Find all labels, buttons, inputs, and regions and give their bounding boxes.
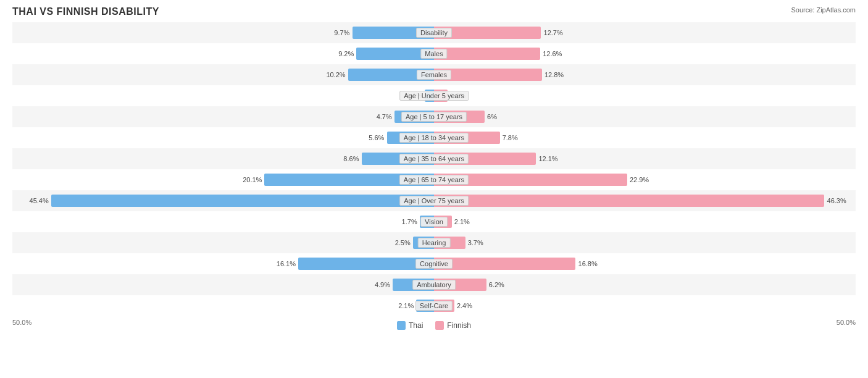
bar-thai-value: 4.9% xyxy=(375,281,390,288)
bar-finnish-value: 16.8% xyxy=(578,260,598,267)
legend-thai-label: Thai xyxy=(409,321,423,330)
bar-finnish-value: 46.3% xyxy=(827,197,846,204)
bar-finnish-value: 6% xyxy=(487,113,497,120)
bar-label: Females xyxy=(417,70,451,80)
bar-finnish-value: 12.6% xyxy=(543,50,562,57)
legend: Thai Finnish xyxy=(397,321,471,330)
bar-row: Age | Under 5 years1.1%1.6% xyxy=(12,85,856,106)
bar-finnish-value: 22.9% xyxy=(630,176,649,183)
bar-row: Age | 35 to 64 years8.6%12.1% xyxy=(12,148,856,169)
bar-row: Disability9.7%12.7% xyxy=(12,22,856,43)
bar-finnish xyxy=(434,195,824,207)
bar-thai-value: 2.5% xyxy=(395,239,411,246)
chart-header: THAI VS FINNISH DISABILITY Source: ZipAt… xyxy=(12,6,856,17)
legend-finnish: Finnish xyxy=(435,321,471,330)
bar-thai xyxy=(51,195,434,207)
legend-thai-box xyxy=(397,321,406,330)
bar-row: Self-Care2.1%2.4% xyxy=(12,295,856,316)
bar-label: Age | 5 to 17 years xyxy=(401,112,467,122)
bar-thai-value: 45.4% xyxy=(30,197,49,204)
bar-label: Cognitive xyxy=(415,259,453,269)
bar-row: Age | 18 to 34 years5.6%7.8% xyxy=(12,127,856,148)
chart-container: THAI VS FINNISH DISABILITY Source: ZipAt… xyxy=(0,0,868,378)
bar-row: Age | 5 to 17 years4.7%6% xyxy=(12,106,856,127)
bar-label: Ambulatory xyxy=(412,280,456,290)
bar-row: Vision1.7%2.1% xyxy=(12,211,856,232)
bar-finnish-value: 6.2% xyxy=(489,281,504,288)
rows-container: Disability9.7%12.7%Males9.2%12.6%Females… xyxy=(12,22,856,316)
bar-label: Hearing xyxy=(418,238,451,248)
bar-label: Vision xyxy=(420,217,448,227)
bar-row: Age | Over 75 years45.4%46.3% xyxy=(12,190,856,211)
chart-source: Source: ZipAtlas.com xyxy=(791,6,856,14)
bar-thai-value: 10.2% xyxy=(326,71,345,78)
bar-thai-value: 16.1% xyxy=(277,260,296,267)
bar-label: Self-Care xyxy=(415,301,453,311)
bar-finnish xyxy=(434,258,575,270)
bar-finnish-value: 12.7% xyxy=(544,29,563,36)
bar-row: Females10.2%12.8% xyxy=(12,64,856,85)
bar-label: Disability xyxy=(416,28,452,38)
bar-row: Males9.2%12.6% xyxy=(12,43,856,64)
bar-label: Age | 35 to 64 years xyxy=(399,154,469,164)
legend-finnish-box xyxy=(435,321,444,330)
bar-finnish-value: 3.7% xyxy=(468,239,483,246)
bar-finnish-value: 2.1% xyxy=(454,218,470,225)
bar-finnish-value: 12.8% xyxy=(545,71,564,78)
bar-label: Age | 18 to 34 years xyxy=(399,133,469,143)
bar-label: Age | Under 5 years xyxy=(399,91,469,101)
legend-finnish-label: Finnish xyxy=(447,321,471,330)
bar-label: Age | Over 75 years xyxy=(399,196,469,206)
bar-label: Age | 65 to 74 years xyxy=(399,175,469,185)
bar-row: Ambulatory4.9%6.2% xyxy=(12,274,856,295)
bar-row: Age | 65 to 74 years20.1%22.9% xyxy=(12,169,856,190)
bar-thai-value: 9.7% xyxy=(334,29,349,36)
bar-thai-value: 5.6% xyxy=(369,134,384,141)
bar-thai-value: 4.7% xyxy=(377,113,392,120)
chart-title: THAI VS FINNISH DISABILITY xyxy=(12,6,159,17)
bar-row: Cognitive16.1%16.8% xyxy=(12,253,856,274)
bar-finnish-value: 7.8% xyxy=(503,134,518,141)
bar-thai xyxy=(298,258,434,270)
bar-thai-value: 20.1% xyxy=(243,176,262,183)
axis-left-label: 50.0% xyxy=(12,319,31,330)
legend-thai: Thai xyxy=(397,321,423,330)
bar-thai-value: 1.7% xyxy=(402,218,417,225)
bar-label: Males xyxy=(420,49,447,59)
bar-thai-value: 9.2% xyxy=(338,50,354,57)
bar-thai-value: 8.6% xyxy=(343,155,359,162)
bar-thai-value: 2.1% xyxy=(398,302,414,309)
bar-finnish-value: 2.4% xyxy=(457,302,472,309)
bar-finnish xyxy=(434,48,540,60)
bar-finnish-value: 12.1% xyxy=(538,155,557,162)
axis-right-label: 50.0% xyxy=(837,319,856,330)
bar-row: Hearing2.5%3.7% xyxy=(12,232,856,253)
